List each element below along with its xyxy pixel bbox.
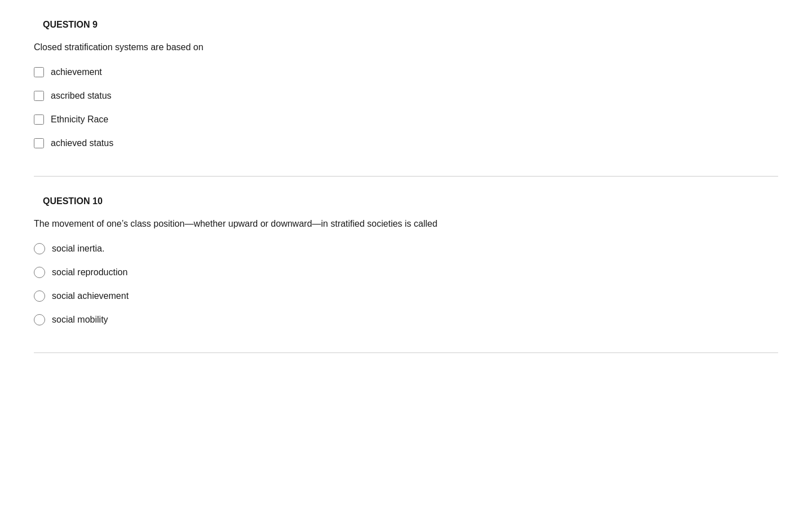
question-label-q10: QUESTION 10 (34, 195, 778, 208)
answer-option-q10b[interactable]: social reproduction (34, 266, 778, 279)
answer-input-q10b[interactable] (34, 267, 45, 278)
answer-option-q9b[interactable]: ascribed status (34, 89, 778, 103)
answer-option-q10a[interactable]: social inertia. (34, 242, 778, 255)
question-block-q9: QUESTION 9Closed stratification systems … (34, 0, 778, 177)
answer-option-q10d[interactable]: social mobility (34, 313, 778, 327)
answer-label-q9a: achievement (51, 65, 102, 79)
answer-label-q10b: social reproduction (52, 266, 127, 279)
answer-label-q10a: social inertia. (52, 242, 104, 255)
answer-option-q10c[interactable]: social achievement (34, 289, 778, 303)
question-block-q10: QUESTION 10The movement of one’s class p… (34, 177, 778, 353)
answer-input-q10c[interactable] (34, 290, 45, 302)
answer-label-q10d: social mobility (52, 313, 108, 327)
answer-label-q9d: achieved status (51, 136, 113, 150)
answer-input-q9c[interactable] (34, 114, 44, 125)
answer-option-q9a[interactable]: achievement (34, 65, 778, 79)
answer-option-q9c[interactable]: Ethnicity Race (34, 113, 778, 126)
answer-label-q9c: Ethnicity Race (51, 113, 108, 126)
answer-input-q9a[interactable] (34, 67, 44, 77)
answer-label-q9b: ascribed status (51, 89, 112, 103)
answer-label-q10c: social achievement (52, 289, 129, 303)
question-label-q9: QUESTION 9 (34, 18, 778, 32)
question-text-q9: Closed stratification systems are based … (34, 41, 778, 54)
answer-input-q9b[interactable] (34, 91, 44, 101)
question-text-q10: The movement of one’s class position—whe… (34, 217, 778, 231)
answer-input-q10d[interactable] (34, 314, 45, 325)
page-container: QUESTION 9Closed stratification systems … (0, 0, 812, 353)
answer-input-q10a[interactable] (34, 243, 45, 254)
answer-input-q9d[interactable] (34, 138, 44, 148)
answer-option-q9d[interactable]: achieved status (34, 136, 778, 150)
